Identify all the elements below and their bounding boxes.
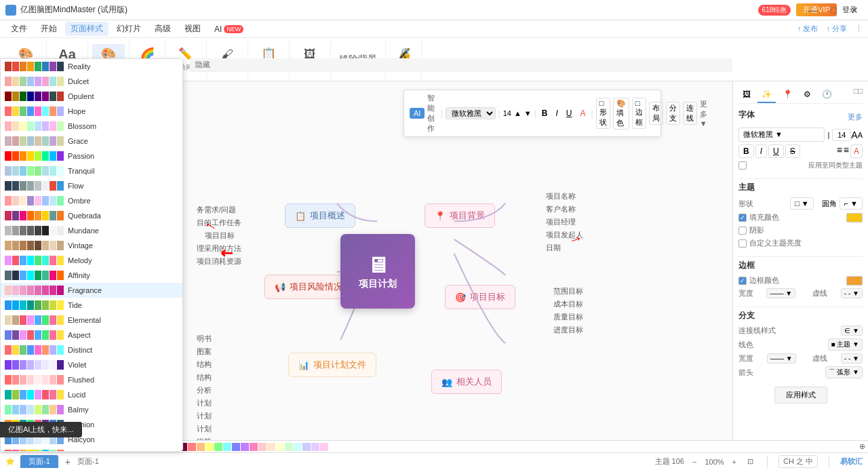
brightness-checkbox[interactable] [738, 239, 747, 248]
bottom-swatch[interactable] [258, 443, 267, 451]
bottom-swatch[interactable] [320, 443, 328, 451]
bold-btn[interactable]: B [738, 144, 754, 158]
menu-slideshow[interactable]: 幻灯片 [111, 22, 146, 36]
bottom-swatch[interactable] [250, 443, 258, 451]
branch-btn[interactable]: 分支 [666, 102, 680, 125]
font-size-up[interactable]: ▲ [514, 109, 521, 117]
theme-row-distinct[interactable]: Distinct [1, 342, 182, 357]
fill-color-picker[interactable] [846, 213, 863, 222]
italic-btn[interactable]: I [755, 144, 767, 158]
theme-row-jolly[interactable]: Jolly [1, 447, 182, 452]
theme-row-grace[interactable]: Grace [1, 134, 182, 149]
minimize-btn[interactable]: — [804, 3, 822, 17]
theme-row-vintage[interactable]: Vintage [1, 238, 182, 253]
border-btn[interactable]: □ 边框 [632, 98, 646, 129]
underline-btn[interactable]: U [564, 108, 575, 119]
theme-row-fragrance[interactable]: Fragrance [1, 283, 182, 298]
bottom-swatch[interactable] [302, 443, 311, 451]
theme-row-reality[interactable]: Reality [1, 59, 182, 74]
close-btn[interactable]: ✕ [846, 3, 863, 17]
shadow-checkbox[interactable] [738, 227, 747, 235]
badge-618[interactable]: 618特惠 [758, 5, 791, 16]
apply-theme-checkbox[interactable] [738, 161, 747, 170]
branch-width-select[interactable]: —— ▼ [767, 353, 796, 364]
tab-theme[interactable]: ✨ [757, 87, 776, 103]
theme-row-flow[interactable]: Flow [1, 178, 182, 193]
menu-ai[interactable]: AI NEW [209, 23, 249, 35]
fill-color-checkbox[interactable] [738, 214, 747, 222]
theme-row-quebrada[interactable]: Quebrada [1, 208, 182, 223]
tab-settings[interactable]: ⚙ [800, 87, 815, 103]
italic-btn[interactable]: I [553, 108, 560, 119]
center-node[interactable]: 🖥 项目计划 [340, 234, 415, 309]
maximize-btn[interactable]: □ [827, 3, 841, 17]
node-fengxian[interactable]: 📢 项目风险情况 [264, 275, 353, 299]
node-xiangguan[interactable]: 👥 相关人员 [431, 370, 502, 394]
menu-page-style[interactable]: 页面样式 [65, 22, 108, 36]
theme-row-violet[interactable]: Violet [1, 357, 182, 372]
zoom-out-btn[interactable]: − [690, 458, 699, 466]
bottom-swatch[interactable] [205, 443, 214, 451]
page-tab-1[interactable]: 页面-1 [20, 455, 58, 468]
canvas[interactable]: AI 智能创作 | 微软雅黑 | 14 ▲ ▼ | B I U A | □ 形状… [183, 81, 732, 440]
add-page-btn[interactable]: + [61, 455, 75, 469]
collapse-btn[interactable]: □□ [854, 87, 863, 103]
theme-row-affinity[interactable]: Affinity [1, 268, 182, 283]
theme-row-hope[interactable]: Hope [1, 104, 182, 119]
bottom-swatch[interactable] [276, 443, 284, 451]
node-jihua[interactable]: 📊 项目计划文件 [288, 353, 376, 377]
bottom-swatch[interactable] [311, 443, 319, 451]
connect-btn[interactable]: 连线 [683, 102, 697, 125]
branch-style-select[interactable]: - - ▼ [841, 353, 863, 364]
menu-advanced[interactable]: 高级 [149, 22, 176, 36]
bottom-swatch[interactable] [214, 443, 222, 451]
strikethrough-btn[interactable]: S [785, 144, 800, 158]
font-name-select[interactable]: 微软雅黑 ▼ [738, 128, 825, 142]
theme-row-lucid[interactable]: Lucid [1, 387, 182, 402]
bottom-swatch[interactable] [294, 443, 302, 451]
font-size-dec[interactable]: A [858, 131, 863, 139]
color-picker-btn[interactable]: A [578, 108, 589, 119]
theme-row-blossom[interactable]: Blossom [1, 119, 182, 134]
bottom-swatch[interactable] [232, 443, 240, 451]
tab-location[interactable]: 📍 [778, 87, 797, 103]
node-beijing[interactable]: 📍 项目背景 [425, 203, 495, 228]
bottom-swatch[interactable] [285, 443, 293, 451]
share-btn[interactable]: ↑ 分享 [826, 24, 847, 34]
theme-row-melody[interactable]: Melody [1, 253, 182, 268]
font-size-down[interactable]: ▼ [524, 109, 532, 117]
bold-btn[interactable]: B [539, 108, 551, 119]
layout-btn[interactable]: 布局 [649, 102, 663, 125]
publish-btn[interactable]: ↑ 发布 [797, 24, 818, 34]
apply-style-btn[interactable]: 应用样式 [774, 387, 827, 404]
corner-select[interactable]: ⌐ ▼ [840, 197, 863, 210]
theme-row-opulent[interactable]: Opulent [1, 89, 182, 104]
theme-row-dulcet[interactable]: Dulcet [1, 74, 182, 89]
shape-btn[interactable]: □ 形状 [596, 98, 610, 129]
theme-row-ombre[interactable]: Ombre [1, 193, 182, 208]
align-center-btn[interactable]: ≡ [844, 144, 849, 158]
shape-select[interactable]: □ ▼ [790, 197, 814, 210]
theme-row-mundane[interactable]: Mundane [1, 223, 182, 238]
font-size-input[interactable]: 14 [832, 129, 851, 141]
theme-row-tranquil[interactable]: Tranquil [1, 163, 182, 178]
hide-panel-btn[interactable]: 隐藏 [190, 58, 732, 72]
menu-start[interactable]: 开始 [35, 22, 62, 36]
font-more-btn[interactable]: 更多 [848, 112, 863, 122]
border-style-select[interactable]: - - ▼ [841, 288, 863, 298]
border-width-select[interactable]: —— ▼ [766, 288, 795, 298]
bottom-swatch[interactable] [267, 443, 275, 451]
bottom-swatch[interactable] [197, 443, 205, 451]
border-color-checkbox[interactable] [738, 277, 747, 285]
theme-row-elemental[interactable]: Elemental [1, 313, 182, 328]
theme-row-tide[interactable]: Tide [1, 298, 182, 313]
bottom-swatch[interactable] [241, 443, 249, 451]
underline-btn[interactable]: U [768, 144, 784, 158]
zoom-in-btn[interactable]: + [730, 458, 739, 466]
node-gailan[interactable]: 📋 项目概述 [285, 203, 355, 228]
align-left-btn[interactable]: ≡ [837, 144, 842, 158]
connect-style-select[interactable]: ∈ ▼ [841, 326, 863, 336]
more-menu-btn[interactable]: ⋮ [855, 24, 863, 33]
border-color-picker[interactable] [846, 276, 863, 286]
menu-file[interactable]: 文件 [5, 22, 33, 36]
